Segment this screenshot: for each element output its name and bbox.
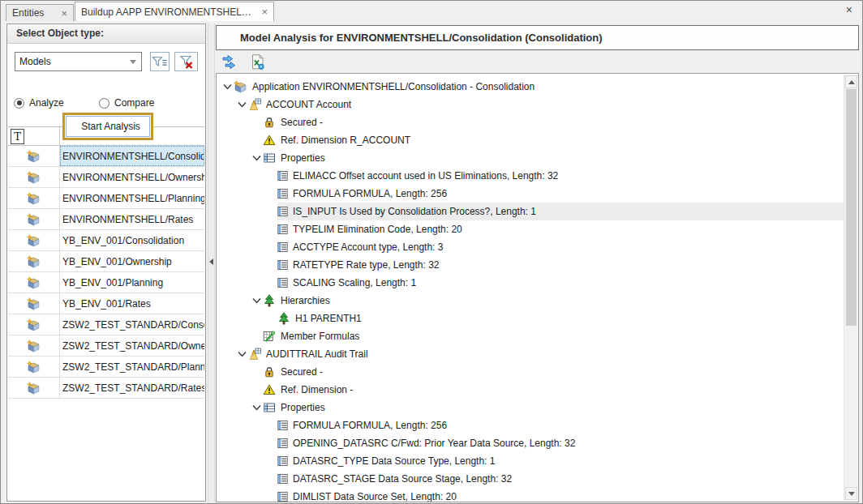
- tree-row[interactable]: Properties: [217, 399, 844, 416]
- tree-row-body: Properties: [263, 149, 844, 167]
- chevron-down-icon[interactable]: [250, 153, 263, 163]
- model-cube-icon: [27, 318, 41, 331]
- model-row[interactable]: ENVIRONMENTSHELL/Ownership: [8, 167, 204, 188]
- model-name-text: ENVIRONMENTSHELL/Planning: [62, 193, 204, 204]
- model-row-name: ENVIRONMENTSHELL/Rates: [60, 209, 204, 229]
- export-excel-button[interactable]: [248, 53, 266, 70]
- tabbar-close-icon[interactable]: ×: [846, 4, 852, 15]
- tree-item-label: ACCOUNT Account: [266, 99, 351, 110]
- tree-indent: [217, 301, 250, 301]
- filter-icon: [152, 55, 168, 68]
- tree-row-body: SCALING Scaling, Length: 1: [277, 274, 844, 292]
- filter-button[interactable]: [150, 52, 170, 71]
- tree-row[interactable]: DATASRC_TYPE Data Source Type, Length: 1: [217, 452, 844, 470]
- model-row[interactable]: ENVIRONMENTSHELL/Planning: [8, 188, 204, 209]
- model-row[interactable]: ENVIRONMENTSHELL/Consolidation: [8, 146, 204, 167]
- tree-row[interactable]: TYPELIM Elimination Code, Length: 20: [217, 220, 844, 238]
- property-icon: [277, 259, 288, 271]
- tree-row[interactable]: OPENING_DATASRC C/Fwd: Prior Year Data S…: [217, 434, 844, 452]
- tree-row[interactable]: Member Formulas: [217, 327, 844, 345]
- tree-item-label: AUDITTRAIL Audit Trail: [266, 348, 368, 360]
- model-row[interactable]: ZSW2_TEST_STANDARD/Owners...: [8, 335, 204, 357]
- tree-row[interactable]: ACCTYPE Account type, Length: 3: [217, 238, 844, 256]
- clear-filter-button[interactable]: [174, 52, 198, 71]
- mode-radios: AnalyzeCompare: [14, 97, 184, 109]
- model-row[interactable]: ZSW2_TEST_STANDARD/Rates: [8, 378, 204, 399]
- scroll-up-button[interactable]: [845, 75, 857, 88]
- model-cube-icon: [27, 340, 41, 352]
- tab-close-icon[interactable]: ×: [61, 8, 67, 19]
- formula-icon: [263, 330, 276, 343]
- tree-row-body: OPENING_DATASRC C/Fwd: Prior Year Data S…: [277, 434, 844, 452]
- model-row[interactable]: YB_ENV_001/Planning: [8, 272, 204, 293]
- tree-row[interactable]: DIMLIST Data Source Set, Length: 20: [217, 488, 844, 502]
- property-icon: [277, 420, 288, 431]
- tree-row[interactable]: FORMULA FORMULA, Length: 256: [217, 185, 844, 203]
- chevron-down-icon[interactable]: [250, 296, 263, 305]
- model-row-icon-cell: [8, 378, 60, 398]
- chevron-down-icon[interactable]: [250, 403, 263, 412]
- tree-indent: [217, 497, 264, 498]
- collapse-left-icon[interactable]: [209, 258, 213, 265]
- tree-row[interactable]: IS_INPUT Is Used by Consolidation Proces…: [217, 203, 844, 220]
- model-row[interactable]: ZSW2_TEST_STANDARD/Consoli...: [8, 314, 204, 335]
- models-header-icon-cell[interactable]: T: [8, 127, 60, 145]
- tree-row[interactable]: Secured -: [217, 363, 844, 381]
- tree-item-label: OPENING_DATASRC C/Fwd: Prior Year Data S…: [293, 438, 575, 449]
- tree-row-body: AUDITTRAIL Audit Trail: [248, 345, 844, 363]
- tree-row[interactable]: Hierarchies: [217, 292, 844, 310]
- tree-row[interactable]: Ref. Dimension R_ACCOUNT: [217, 131, 844, 149]
- panel-splitter[interactable]: [208, 23, 215, 502]
- model-row-name: ZSW2_TEST_STANDARD/Rates: [60, 378, 204, 398]
- run-arrows-button[interactable]: [221, 53, 239, 70]
- model-row-name: ENVIRONMENTSHELL/Consolidation: [60, 146, 204, 166]
- tree-indent: [217, 372, 250, 373]
- tree-row[interactable]: RATETYPE Rate type, Length: 32: [217, 256, 844, 274]
- tree-row-body: Member Formulas: [263, 327, 844, 345]
- tree-row[interactable]: DATASRC_STAGE Data Source Stage, Length:…: [217, 470, 844, 488]
- tab-entities[interactable]: Entities×: [6, 4, 74, 21]
- model-row[interactable]: YB_ENV_001/Rates: [8, 293, 204, 314]
- model-row[interactable]: ZSW2_TEST_STANDARD/Planning: [8, 357, 204, 378]
- tree-indent: [217, 211, 264, 212]
- tab-buildup[interactable]: Buildup AAPP ENVIRONMENTSHELL/Consolidat…: [75, 2, 274, 21]
- chevron-down-icon[interactable]: [235, 349, 248, 359]
- tree-row[interactable]: ELIMACC Offset account used in US Elimin…: [217, 167, 844, 185]
- tree-row-body: Secured -: [263, 363, 844, 381]
- object-type-dropdown[interactable]: Models: [15, 52, 142, 71]
- model-name-text: ZSW2_TEST_STANDARD/Consoli...: [62, 319, 204, 331]
- model-row[interactable]: ENVIRONMENTSHELL/Rates: [8, 209, 204, 230]
- model-row[interactable]: YB_ENV_001/Ownership: [8, 251, 204, 272]
- object-type-value: Models: [19, 56, 51, 67]
- analysis-tree-panel: Application ENVIRONMENTSHELL/Consolidati…: [216, 73, 859, 502]
- model-row[interactable]: YB_ENV_001/Consolidation: [8, 230, 204, 251]
- scroll-down-button[interactable]: [845, 487, 857, 500]
- tree-row[interactable]: AUDITTRAIL Audit Trail: [217, 345, 844, 363]
- tree-row[interactable]: Application ENVIRONMENTSHELL/Consolidati…: [217, 78, 844, 96]
- tab-close-icon[interactable]: ×: [261, 6, 268, 17]
- tree-row[interactable]: ACCOUNT Account: [217, 96, 844, 113]
- tree-item-label: Secured -: [281, 366, 323, 378]
- tree-row[interactable]: FORMULA FORMULA, Length: 256: [217, 416, 844, 434]
- tree-row[interactable]: H1 PARENTH1: [217, 310, 844, 327]
- tree-row[interactable]: SCALING Scaling, Length: 1: [217, 274, 844, 292]
- property-icon: [277, 206, 288, 217]
- chevron-down-icon[interactable]: [235, 100, 248, 109]
- tree-item-label: Ref. Dimension R_ACCOUNT: [281, 135, 410, 146]
- model-row-icon-cell: [8, 209, 60, 229]
- start-analysis-button[interactable]: Start Analysis: [66, 116, 150, 137]
- tree-row[interactable]: Properties: [217, 149, 844, 167]
- model-name-text: YB_ENV_001/Ownership: [62, 256, 172, 267]
- scrollbar-thumb[interactable]: [846, 89, 857, 326]
- tab-label: Buildup AAPP ENVIRONMENTSHELL/Consolidat…: [81, 6, 253, 18]
- tree-row[interactable]: Ref. Dimension -: [217, 381, 844, 399]
- property-icon: [277, 277, 288, 288]
- tree-row[interactable]: Secured -: [217, 113, 844, 131]
- chevron-down-icon[interactable]: [221, 82, 234, 92]
- model-row-icon-cell: [8, 272, 60, 293]
- mode-radio-compare[interactable]: Compare: [99, 97, 184, 109]
- model-row-name: YB_ENV_001/Consolidation: [60, 230, 204, 250]
- tree-indent: [217, 176, 264, 177]
- model-row-icon-cell: [8, 357, 60, 377]
- mode-radio-analyze[interactable]: Analyze: [14, 97, 99, 109]
